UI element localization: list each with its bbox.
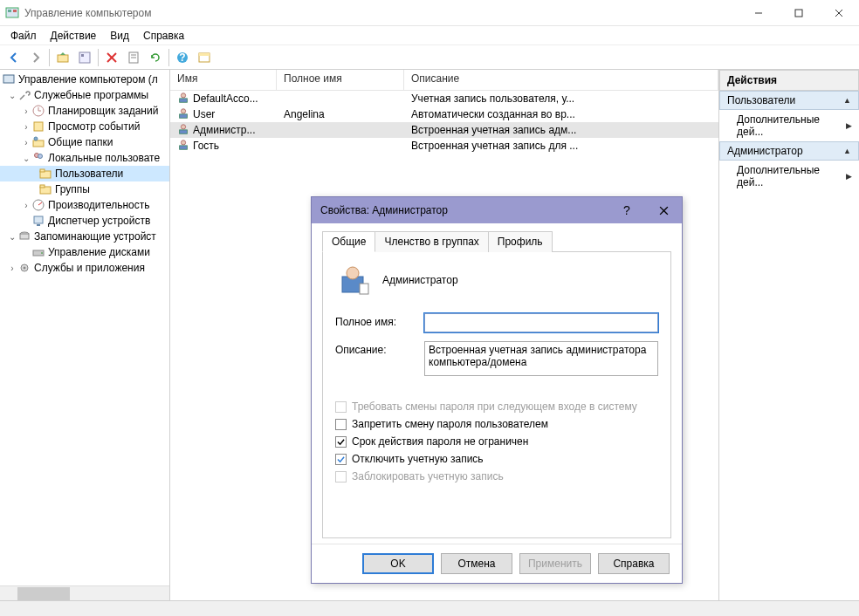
actions-group-users[interactable]: Пользователи ▲ [719,91,859,110]
tree-device-manager[interactable]: Диспетчер устройств [0,213,169,229]
check-disabled[interactable]: Отключить учетную запись [335,453,658,465]
menu-view[interactable]: Вид [103,30,136,42]
ok-button[interactable]: OK [362,553,434,574]
list-row[interactable]: DefaultAcco...Учетная запись пользовател… [170,91,718,106]
list-header: Имя Полное имя Описание [170,70,718,91]
tree-shared-folders[interactable]: › Общие папки [0,134,169,150]
delete-button[interactable] [101,47,122,68]
tree-service-programs[interactable]: ⌄ Служебные программы [0,87,169,103]
tree-label: Группы [55,183,90,195]
col-desc[interactable]: Описание [404,70,718,90]
tree-local-users[interactable]: ⌄ Локальные пользовате [0,150,169,166]
console-button[interactable] [194,47,215,68]
check-never-expires[interactable]: Срок действия пароля не ограничен [335,435,658,448]
tree-label: Планировщик заданий [48,105,158,117]
expand-icon[interactable]: › [21,106,31,116]
svg-point-25 [34,137,38,140]
tree-root[interactable]: Управление компьютером (л [0,72,169,87]
tools-icon [17,88,31,102]
svg-rect-23 [34,122,43,131]
cell-desc: Встроенная учетная запись для ... [411,140,578,152]
dialog-close-button[interactable] [645,197,682,223]
apply-button[interactable]: Применить [519,553,591,574]
back-button[interactable] [3,47,24,68]
dialog-buttons: OK Отмена Применить Справка [312,544,682,583]
menu-action[interactable]: Действие [44,30,104,42]
svg-rect-19 [3,75,14,83]
minimize-button[interactable] [739,0,779,26]
tree-label: Служебные программы [34,89,148,101]
check-cannot-change[interactable]: Запретить смену пароля пользователем [335,418,658,430]
storage-icon [17,229,31,243]
expand-icon[interactable]: › [21,122,31,132]
svg-rect-49 [180,145,188,148]
list-row[interactable]: Администр...Встроенная учетная запись ад… [170,122,718,138]
svg-rect-43 [180,98,188,101]
properties-button[interactable] [123,47,144,68]
user-icon [177,139,189,154]
col-name[interactable]: Имя [170,70,277,90]
cancel-button[interactable]: Отмена [441,553,512,574]
tree-disk-mgmt[interactable]: Управление дисками [0,244,169,260]
fullname-field[interactable] [424,313,658,332]
menu-help[interactable]: Справка [136,30,191,42]
svg-rect-1 [8,10,11,12]
list-row[interactable]: UserAngelinaАвтоматически созданная во в… [170,106,718,122]
cell-name: DefaultAcco... [193,92,258,105]
actions-more-2[interactable]: Дополнительные дей... ▶ [719,161,859,192]
help-button[interactable]: Справка [598,553,670,574]
tree-services-apps[interactable]: › Службы и приложения [0,260,169,276]
tree-label: Запоминающие устройст [34,230,156,243]
tab-profile[interactable]: Профиль [488,231,553,252]
tree-groups[interactable]: Группы [0,181,169,197]
actions-more-1[interactable]: Дополнительные дей... ▶ [719,110,859,141]
tree-task-scheduler[interactable]: › Планировщик заданий [0,103,169,119]
maximize-button[interactable] [779,0,819,26]
dialog-titlebar[interactable]: Свойства: Администратор ? [312,197,682,223]
collapse-icon[interactable]: ⌄ [7,91,17,100]
cell-fullname: Angelina [284,108,325,120]
svg-point-41 [24,267,26,270]
checkbox-icon [335,471,347,483]
tree-scrollbar-horizontal[interactable] [0,585,169,600]
cell-desc: Учетная запись пользователя, у... [411,92,574,105]
tree-users[interactable]: Пользователи [0,166,169,181]
checkbox-icon[interactable] [335,419,347,430]
cell-desc: Автоматически созданная во вр... [411,108,575,120]
col-fullname[interactable]: Полное имя [277,70,404,90]
user-icon [177,123,189,138]
desc-field[interactable] [424,341,658,376]
tree-storage[interactable]: ⌄ Запоминающие устройст [0,229,169,244]
tree-performance[interactable]: › Производительность [0,197,169,213]
folder-icon [38,182,52,196]
user-icon [177,92,189,106]
up-button[interactable] [52,47,73,68]
svg-rect-31 [40,185,45,188]
tab-general[interactable]: Общие [322,231,375,252]
tree-event-viewer[interactable]: › Просмотр событий [0,119,169,134]
check-must-change: Требовать смены пароля при следующем вхо… [335,400,658,413]
submenu-icon: ▶ [846,121,852,130]
actions-item-label: Дополнительные дей... [737,113,846,138]
collapse-icon[interactable]: ⌄ [21,154,31,163]
tab-membership[interactable]: Членство в группах [375,231,488,252]
help-button[interactable]: ? [172,47,193,68]
toolbar: ? [0,45,859,70]
refresh-button[interactable] [145,47,166,68]
properties-icon[interactable] [74,47,95,68]
collapse-icon[interactable]: ⌄ [7,232,17,242]
forward-button[interactable] [25,47,46,68]
expand-icon[interactable]: › [21,138,31,147]
actions-group-admin[interactable]: Администратор ▲ [719,141,859,161]
event-icon [31,120,45,133]
checkbox-icon[interactable] [335,454,347,465]
close-button[interactable] [819,0,859,26]
svg-rect-47 [180,129,188,133]
expand-icon[interactable]: › [7,264,17,273]
expand-icon[interactable]: › [21,201,31,210]
dialog-help-button[interactable]: ? [608,197,645,223]
checkbox-icon[interactable] [335,436,347,448]
menu-file[interactable]: Файл [3,30,44,42]
checkbox-icon [335,401,347,413]
list-row[interactable]: ГостьВстроенная учетная запись для ... [170,138,718,154]
